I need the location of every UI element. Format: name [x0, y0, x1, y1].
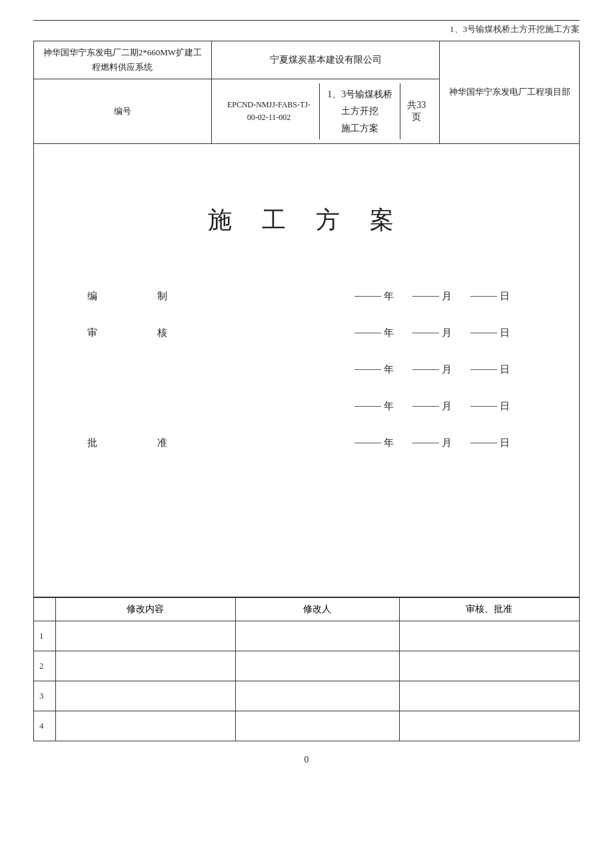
- day-label-b2: 日: [500, 400, 510, 413]
- sign-row-approver: 批准 年 月 日: [87, 437, 526, 449]
- revision-num-2: 2: [34, 651, 56, 681]
- sign-month-editor: 月: [410, 290, 452, 303]
- sign-date-approver: 年 月 日: [352, 437, 526, 449]
- sign-section: 编制 年 月 日: [87, 290, 526, 449]
- year-label-b1: 年: [384, 363, 394, 376]
- revision-num-3: 3: [34, 681, 56, 711]
- month-label-b1: 月: [442, 363, 452, 376]
- month-label-b2: 月: [442, 400, 452, 413]
- num-value-area: EPCND-NMJJ-FABS-TJ-00-02-11-002 1、3号输煤栈桥…: [211, 79, 440, 144]
- revision-content-2: [55, 651, 235, 681]
- page-footer: 0: [33, 755, 580, 765]
- year-label-editor: 年: [384, 290, 394, 303]
- revision-row-2: 2: [34, 651, 580, 681]
- main-content-box: 施 工 方 案 编制 年 月 日: [33, 144, 580, 597]
- sign-label-approver: 批准: [87, 437, 167, 449]
- month-label-editor: 月: [442, 290, 452, 303]
- revision-content-1: [55, 621, 235, 651]
- sign-blank-reviewer: [167, 333, 325, 333]
- day-label-approver: 日: [500, 437, 510, 449]
- revision-approver-3: [399, 681, 579, 711]
- doc-title-cell: 1、3号输煤栈桥土方开挖 施工方案: [320, 83, 400, 139]
- sign-date-b2: 年 月 日: [352, 400, 526, 413]
- pages-label-cell: 共33页: [400, 83, 433, 139]
- header-divider: [33, 20, 580, 21]
- page-number: 0: [305, 755, 309, 765]
- sign-blank-editor: [167, 296, 325, 297]
- revision-modifier-2: [236, 651, 400, 681]
- sign-date-editor: 年 月 日: [352, 290, 526, 303]
- document-title: 施 工 方 案: [87, 204, 526, 237]
- sign-year-editor: 年: [352, 290, 394, 303]
- month-label-approver: 月: [442, 437, 452, 449]
- day-label-editor: 日: [500, 290, 510, 303]
- sign-blank-b1: [167, 369, 325, 370]
- revision-modifier-4: [236, 711, 400, 741]
- revision-approver-4: [399, 711, 579, 741]
- project-name-cell: 神华国华宁东发电厂二期2*660MW扩建工程燃料供应系统: [34, 41, 212, 79]
- revision-approver-1: [399, 621, 579, 651]
- sign-date-b1: 年 月 日: [352, 363, 526, 376]
- revision-num-header: [34, 597, 56, 621]
- year-label-reviewer: 年: [384, 327, 394, 339]
- revision-modifier-header: 修改人: [236, 597, 400, 621]
- revision-row-3: 3: [34, 681, 580, 711]
- revision-approver-2: [399, 651, 579, 681]
- num-label-cell: 编号: [34, 79, 212, 144]
- revision-modifier-1: [236, 621, 400, 651]
- sign-label-editor: 编制: [87, 290, 167, 303]
- sign-day-reviewer: 日: [468, 327, 510, 339]
- revision-content-3: [55, 681, 235, 711]
- page-header-text: 1、3号输煤栈桥土方开挖施工方案: [33, 23, 580, 35]
- year-label-approver: 年: [384, 437, 394, 449]
- sign-month-reviewer: 月: [410, 327, 452, 339]
- year-label-b2: 年: [384, 400, 394, 413]
- revision-content-4: [55, 711, 235, 741]
- sign-year-reviewer: 年: [352, 327, 394, 339]
- sign-row-editor: 编制 年 月 日: [87, 290, 526, 303]
- sign-row-blank1: 年 月 日: [87, 363, 526, 376]
- company-name-cell: 宁夏煤炭基本建设有限公司: [211, 41, 440, 79]
- document-page: 1、3号输煤栈桥土方开挖施工方案 神华国华宁东发电厂二期2*660MW扩建工程燃…: [0, 0, 613, 868]
- info-table: 神华国华宁东发电厂二期2*660MW扩建工程燃料供应系统 宁夏煤炭基本建设有限公…: [33, 41, 580, 144]
- doc-title-line1: 1、3号输煤栈桥土方开挖: [327, 89, 392, 116]
- sign-row-blank2: 年 月 日: [87, 400, 526, 413]
- day-label-reviewer: 日: [500, 327, 510, 339]
- sign-label-reviewer: 审核: [87, 327, 167, 339]
- sign-blank-b2: [167, 406, 325, 407]
- revision-table: 修改内容 修改人 审核、批准 1 2 3: [33, 597, 580, 741]
- revision-num-1: 1: [34, 621, 56, 651]
- sign-row-reviewer: 审核 年 月 日: [87, 327, 526, 339]
- revision-content-header: 修改内容: [55, 597, 235, 621]
- revision-row-4: 4: [34, 711, 580, 741]
- sign-blank-approver: [167, 443, 325, 443]
- revision-num-4: 4: [34, 711, 56, 741]
- revision-approver-header: 审核、批准: [399, 597, 579, 621]
- dept-name-cell: 神华国华宁东发电厂工程项目部: [440, 41, 580, 144]
- sign-date-reviewer: 年 月 日: [352, 327, 526, 339]
- num-value-cell: EPCND-NMJJ-FABS-TJ-00-02-11-002: [219, 83, 320, 139]
- day-label-b1: 日: [500, 363, 510, 376]
- doc-title-line2: 施工方案: [341, 123, 378, 133]
- revision-modifier-3: [236, 681, 400, 711]
- sign-day-editor: 日: [468, 290, 510, 303]
- month-label-reviewer: 月: [442, 327, 452, 339]
- revision-row-1: 1: [34, 621, 580, 651]
